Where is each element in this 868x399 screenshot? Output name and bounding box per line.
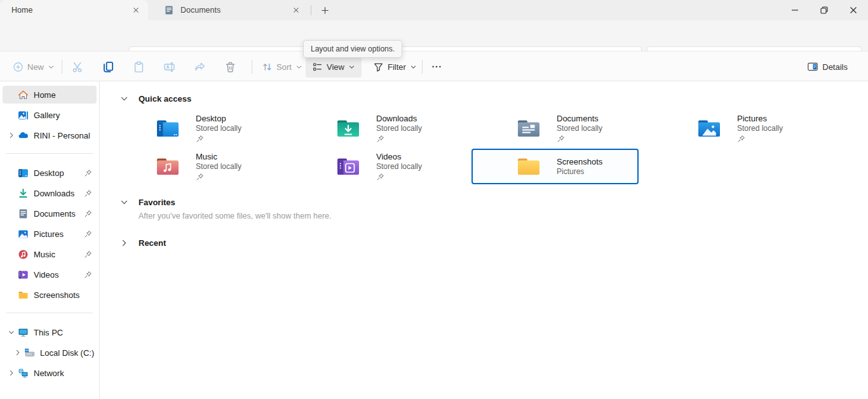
sidebar-item-videos[interactable]: Videos	[3, 266, 97, 283]
chevron-placeholder	[5, 166, 18, 179]
tab-documents-label: Documents	[180, 6, 288, 15]
sidebar-item-gallery[interactable]: Gallery	[3, 106, 97, 124]
videos-folder-icon	[337, 157, 360, 176]
sidebar-item-desktop[interactable]: Desktop	[3, 164, 97, 182]
sidebar-item-local-disk-c[interactable]: Local Disk (C:)	[3, 344, 97, 362]
toolbar-separator	[252, 60, 252, 74]
cut-icon[interactable]	[67, 57, 88, 77]
view-layout-icon	[312, 62, 323, 72]
folder-tile-music[interactable]: MusicStored locally	[111, 149, 278, 184]
sidebar-item-label: This PC	[34, 328, 97, 337]
sidebar-item-pictures[interactable]: Pictures	[3, 225, 97, 243]
sidebar-item-this-pc[interactable]: This PC	[3, 323, 97, 341]
chevron-placeholder	[5, 109, 18, 121]
onedrive-icon	[18, 130, 29, 141]
new-button[interactable]: New	[8, 56, 60, 78]
tile-name: Downloads	[376, 114, 422, 124]
sort-button[interactable]: Sort	[257, 56, 308, 78]
view-button[interactable]: View	[306, 56, 362, 78]
tile-text: DocumentsStored locally	[557, 114, 602, 144]
pin-icon	[557, 135, 602, 144]
sidebar-item-label: Desktop	[34, 168, 84, 178]
documents-icon	[18, 208, 29, 219]
desktop-folder-icon	[156, 119, 179, 138]
more-options-icon[interactable]	[426, 57, 447, 77]
folder-tile-documents[interactable]: DocumentsStored locally	[471, 111, 639, 146]
tile-subtitle: Stored locally	[196, 124, 241, 133]
folder-tile-desktop[interactable]: DesktopStored locally	[111, 111, 278, 146]
minimize-button[interactable]	[780, 0, 810, 20]
screenshots-folder-icon	[517, 157, 540, 176]
tab-home[interactable]: Home	[0, 0, 148, 20]
restore-button[interactable]	[810, 0, 839, 20]
delete-icon[interactable]	[220, 57, 240, 77]
toolbar-separator	[62, 60, 62, 74]
details-button[interactable]: Details	[802, 56, 857, 78]
pin-icon	[196, 135, 241, 144]
navigation-bar: Home	[0, 20, 868, 51]
documents-folder-icon	[517, 119, 540, 138]
section-favorites: Favorites	[100, 195, 175, 209]
sidebar-item-downloads[interactable]: Downloads	[3, 184, 97, 202]
sidebar-item-home[interactable]: Home	[3, 86, 97, 104]
chevron-right-icon[interactable]	[5, 129, 18, 142]
paste-icon[interactable]	[128, 57, 149, 77]
chevron-placeholder	[5, 248, 18, 260]
share-icon[interactable]	[189, 57, 210, 77]
pin-icon	[84, 189, 92, 198]
close-tab-icon[interactable]	[288, 3, 304, 18]
sidebar-item-music[interactable]: Music	[3, 245, 97, 263]
sidebar-item-rini-personal[interactable]: RINI - Personal	[3, 126, 97, 144]
chevron-down-icon[interactable]	[117, 195, 131, 209]
chevron-placeholder	[5, 207, 18, 220]
folder-tile-pictures[interactable]: PicturesStored locally	[652, 111, 819, 146]
filter-button[interactable]: Filter	[368, 56, 422, 78]
tile-text: ScreenshotsPictures	[557, 157, 602, 177]
sidebar-item-label: RINI - Personal	[34, 131, 97, 140]
details-pane-icon	[807, 61, 818, 72]
folder-tile-screenshots[interactable]: ScreenshotsPictures	[471, 149, 639, 184]
tab-documents[interactable]: Documents	[153, 0, 308, 20]
close-tab-icon[interactable]	[128, 3, 144, 18]
chevron-placeholder	[5, 187, 18, 200]
gallery-icon	[18, 110, 29, 121]
sidebar-item-documents[interactable]: Documents	[3, 205, 97, 222]
new-button-label: New	[27, 62, 44, 72]
sidebar-item-network[interactable]: Network	[3, 364, 97, 382]
chevron-right-icon[interactable]	[11, 346, 24, 359]
sidebar-item-label: Screenshots	[34, 290, 97, 300]
chevron-right-icon[interactable]	[5, 367, 18, 379]
view-tooltip: Layout and view options.	[303, 40, 402, 58]
main-content: Quick access DesktopStored locallyDownlo…	[100, 81, 868, 399]
chevron-placeholder	[5, 288, 18, 301]
sidebar-item-label: Downloads	[34, 189, 84, 198]
music-icon	[18, 249, 29, 260]
chevron-down-icon	[348, 64, 355, 71]
quick-access-row-1: DesktopStored locallyDownloadsStored loc…	[111, 111, 819, 146]
sidebar-item-label: Local Disk (C:)	[40, 348, 97, 358]
folder-tile-videos[interactable]: VideosStored locally	[291, 149, 458, 184]
filter-button-label: Filter	[388, 62, 406, 72]
window-controls	[780, 0, 868, 20]
pictures-folder-icon	[698, 119, 721, 138]
folder-tile-downloads[interactable]: DownloadsStored locally	[291, 111, 458, 146]
rename-icon[interactable]	[159, 57, 179, 77]
view-button-label: View	[327, 62, 344, 72]
tile-text: MusicStored locally	[196, 152, 241, 182]
folder-small-icon	[18, 290, 29, 301]
close-window-button[interactable]	[839, 0, 868, 20]
quick-access-row-2: MusicStored locallyVideosStored locallyS…	[111, 149, 639, 184]
pin-icon	[84, 230, 92, 238]
chevron-right-icon[interactable]	[117, 236, 131, 250]
copy-icon[interactable]	[98, 57, 118, 77]
pin-icon	[84, 169, 92, 177]
sidebar-item-label: Documents	[34, 209, 84, 219]
tab-bar: Home Documents	[0, 0, 868, 20]
sidebar-item-label: Music	[34, 250, 84, 259]
sidebar-item-screenshots[interactable]: Screenshots	[3, 286, 97, 304]
sidebar-item-label: Network	[34, 369, 97, 378]
this-pc-icon	[18, 327, 29, 338]
chevron-down-icon[interactable]	[5, 326, 18, 339]
new-tab-button[interactable]	[316, 3, 333, 18]
chevron-down-icon[interactable]	[117, 91, 131, 105]
